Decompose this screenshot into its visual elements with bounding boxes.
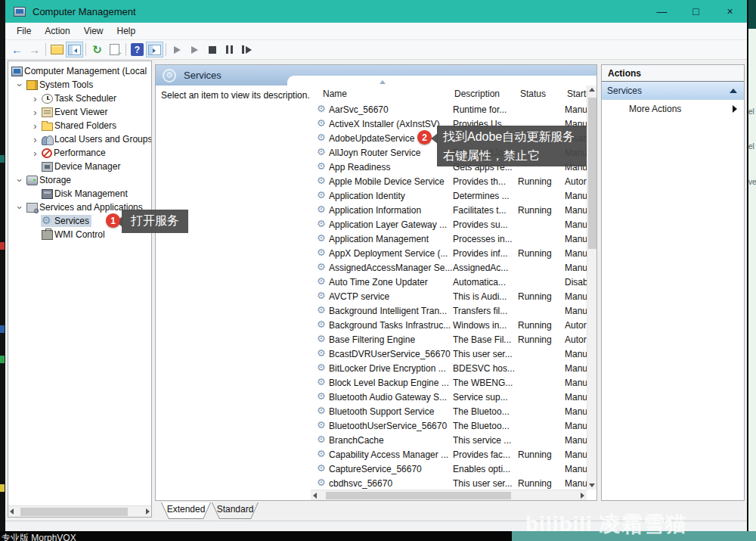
column-header-name[interactable]: Name xyxy=(323,89,454,99)
tree-item-content[interactable]: System Tools xyxy=(26,79,95,91)
tree-expander-icon[interactable] xyxy=(29,107,41,118)
tree-expander-icon[interactable] xyxy=(14,175,26,186)
service-row[interactable]: Bluetooth Support Service The Bluetoo...… xyxy=(311,404,588,418)
tree-item[interactable]: System Tools xyxy=(8,78,151,92)
tree-expander-icon[interactable] xyxy=(29,120,41,132)
actions-group-header[interactable]: Services xyxy=(602,82,744,100)
tree-expander-icon[interactable] xyxy=(29,148,41,159)
scroll-left-icon[interactable] xyxy=(313,493,317,499)
toolbar-help-icon[interactable] xyxy=(129,42,146,58)
toolbar-action-pane-icon[interactable] xyxy=(146,42,163,58)
service-row[interactable]: Base Filtering Engine The Base Fil... Ru… xyxy=(311,332,588,347)
toolbar-refresh-icon[interactable] xyxy=(88,42,106,58)
scrollbar-thumb[interactable] xyxy=(588,98,596,249)
toolbar-start-service-icon[interactable] xyxy=(169,42,186,58)
toolbar-forward-icon[interactable] xyxy=(26,42,43,58)
maximize-button[interactable]: □ xyxy=(679,0,713,23)
toolbar-resume-service-icon[interactable] xyxy=(186,42,203,58)
scroll-right-icon[interactable] xyxy=(581,493,584,499)
tree-item-content[interactable]: Local Users and Groups xyxy=(41,133,152,145)
toolbar-pause-service-icon[interactable] xyxy=(221,42,238,58)
service-name: AllJoyn Router Service xyxy=(329,148,453,158)
service-row[interactable]: Background Tasks Infrastruc... Windows i… xyxy=(311,318,588,332)
more-actions-item[interactable]: More Actions xyxy=(602,100,744,118)
console-tree-panel: Computer Management (Local System Tools xyxy=(8,61,152,518)
collapse-icon[interactable] xyxy=(730,89,737,93)
tree-expander-icon[interactable] xyxy=(29,134,41,145)
tree-expander-icon[interactable] xyxy=(14,79,26,91)
toolbar-console-tree-icon[interactable] xyxy=(66,42,83,58)
tab-standard[interactable]: Standard xyxy=(212,502,259,519)
toolbar-back-icon[interactable] xyxy=(8,42,26,58)
tree-expander-icon[interactable] xyxy=(29,93,41,104)
tree-item[interactable]: Storage xyxy=(8,173,151,187)
service-row[interactable]: Apple Mobile Device Service Provides th.… xyxy=(311,174,588,188)
scroll-right-icon[interactable] xyxy=(146,508,150,515)
service-row[interactable]: AVCTP service This is Audi... Running Ma… xyxy=(311,289,588,303)
service-row[interactable]: CaptureService_56670 Enables opti... Man… xyxy=(311,462,588,476)
scrollbar-thumb[interactable] xyxy=(20,508,128,516)
service-row[interactable]: BranchCache This service ... Manu xyxy=(311,433,588,447)
tree-item[interactable]: Performance xyxy=(8,146,151,160)
service-row[interactable]: BcastDVRUserService_56670 This user ser.… xyxy=(311,347,588,361)
service-row[interactable]: AppX Deployment Service (... Provides in… xyxy=(311,246,588,260)
service-row[interactable]: AarSvc_56670 Runtime for... Manu xyxy=(311,102,588,117)
tree-item[interactable]: Device Manager xyxy=(8,160,151,173)
tree-item-content[interactable]: Performance xyxy=(41,147,108,159)
service-name: Application Layer Gateway ... xyxy=(329,219,453,230)
tree-item[interactable]: Task Scheduler xyxy=(8,92,151,105)
service-row[interactable]: BluetoothUserService_56670 The Bluetoo..… xyxy=(311,418,588,433)
close-button[interactable]: × xyxy=(713,0,747,23)
list-vertical-scrollbar[interactable] xyxy=(587,86,596,490)
service-row[interactable]: Application Identity Determines ... Manu xyxy=(311,188,588,203)
column-header-description[interactable]: Description xyxy=(454,89,520,99)
list-column-headers: Name Description Status Startu xyxy=(323,86,594,102)
service-name: Background Tasks Infrastruc... xyxy=(329,320,453,331)
toolbar-export-list-icon[interactable] xyxy=(106,42,123,58)
minimize-button[interactable]: — xyxy=(645,0,679,23)
service-row[interactable]: Capability Access Manager ... Provides f… xyxy=(311,447,588,462)
menu-item[interactable]: File xyxy=(10,26,38,36)
tree-item-content[interactable]: Services xyxy=(41,215,91,227)
service-row[interactable]: cbdhsvc_56670 This user ser... Running M… xyxy=(311,476,588,490)
scrollbar-thumb[interactable] xyxy=(326,492,511,499)
service-row[interactable]: Application Layer Gateway ... Provides s… xyxy=(311,217,588,232)
service-description: Service sup... xyxy=(453,392,518,403)
tree-item-content[interactable]: Storage xyxy=(26,174,73,186)
toolbar-stop-service-icon[interactable] xyxy=(203,42,221,58)
tree-item-content[interactable]: WMI Control xyxy=(41,229,107,241)
menu-item[interactable]: Action xyxy=(38,26,76,36)
scroll-down-icon[interactable] xyxy=(589,483,595,487)
tree-item[interactable]: Computer Management (Local xyxy=(8,64,151,78)
tree-item-content[interactable]: Shared Folders xyxy=(41,120,119,132)
service-row[interactable]: BitLocker Drive Encryption ... BDESVC ho… xyxy=(311,361,588,375)
toolbar-restart-service-icon[interactable] xyxy=(238,42,256,58)
scroll-up-icon[interactable] xyxy=(589,88,595,92)
tree-expander-icon[interactable] xyxy=(14,202,26,213)
service-row[interactable]: Bluetooth Audio Gateway S... Service sup… xyxy=(311,390,588,404)
tab-extended[interactable]: Extended xyxy=(161,502,211,519)
service-row[interactable]: Background Intelligent Tran... Transfers… xyxy=(311,303,588,318)
menu-item[interactable]: View xyxy=(77,26,110,36)
tree-item[interactable]: Shared Folders xyxy=(8,119,151,132)
service-status: Running xyxy=(518,176,565,187)
tree-item[interactable]: Local Users and Groups xyxy=(8,132,151,146)
menu-item[interactable]: Help xyxy=(110,26,143,36)
tree-horizontal-scrollbar[interactable] xyxy=(8,505,151,517)
column-header-status[interactable]: Status xyxy=(520,89,567,99)
service-row[interactable]: Application Information Facilitates t...… xyxy=(311,203,588,217)
service-row[interactable]: AssignedAccessManager Se... AssignedAc..… xyxy=(311,260,588,275)
tree-item-content[interactable]: Disk Management xyxy=(41,188,130,200)
service-row[interactable]: Block Level Backup Engine ... The WBENG.… xyxy=(311,375,588,390)
scroll-left-icon[interactable] xyxy=(10,508,14,515)
tree-item[interactable]: Event Viewer xyxy=(8,105,151,119)
tree-item-content[interactable]: Computer Management (Local xyxy=(11,65,149,77)
service-row[interactable]: Auto Time Zone Updater Automatica... Dis… xyxy=(311,275,588,289)
tree-item-content[interactable]: Task Scheduler xyxy=(41,92,119,104)
tree-item-content[interactable]: Event Viewer xyxy=(41,106,110,118)
toolbar-up-folder-icon[interactable] xyxy=(48,42,66,58)
tree-item-content[interactable]: Device Manager xyxy=(41,160,122,173)
list-horizontal-scrollbar[interactable] xyxy=(311,490,587,500)
service-row[interactable]: Application Management Processes in... M… xyxy=(311,232,588,246)
tree-item[interactable]: Disk Management xyxy=(8,187,151,201)
